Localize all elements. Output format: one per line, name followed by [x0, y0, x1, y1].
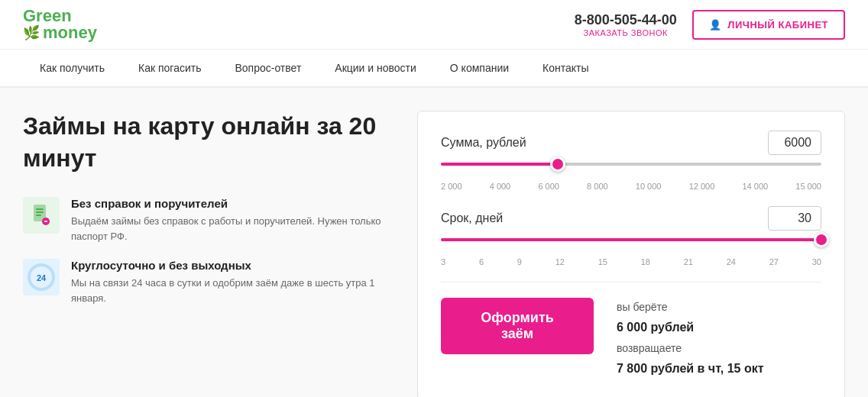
- feature-no-docs-title: Без справок и поручителей: [71, 197, 387, 210]
- callback-link[interactable]: ЗАКАЗАТЬ ЗВОНОК: [575, 28, 677, 37]
- feature-no-docs: Без справок и поручителей Выдаём займы б…: [23, 197, 387, 244]
- amount-slider-container: [441, 163, 821, 178]
- calc-bottom: Оформить заём вы берёте 6 000 рублей воз…: [441, 298, 821, 380]
- feature-no-docs-text: Без справок и поручителей Выдаём займы б…: [71, 197, 387, 244]
- feature-doc-icon: [23, 197, 60, 234]
- logo-money: 🌿 money: [23, 24, 97, 41]
- user-icon: 👤: [709, 19, 722, 31]
- svg-rect-3: [36, 215, 41, 216]
- days-label: Срок, дней: [441, 211, 503, 225]
- nav-item-how-to-pay[interactable]: Как погасить: [121, 50, 218, 86]
- feature-no-docs-desc: Выдаём займы без справок с работы и пору…: [71, 214, 387, 244]
- take-value: 6 000 рублей: [617, 317, 764, 339]
- days-slider-container: [441, 238, 821, 253]
- feature-24h-title: Круглосуточно и без выходных: [71, 259, 387, 272]
- nav-item-about[interactable]: О компании: [433, 50, 526, 86]
- left-panel: Займы на карту онлайн за 20 минут Без сп…: [23, 111, 387, 397]
- return-label: возвращаете: [617, 339, 764, 358]
- main-nav: Как получить Как погасить Вопрос-ответ А…: [0, 50, 868, 88]
- feature-clock-icon: 24: [23, 259, 60, 295]
- svg-rect-1: [36, 208, 44, 210]
- days-row: Срок, дней 30 3 6 9 12 15 18 21 24: [441, 206, 821, 266]
- nav-item-how-to-get[interactable]: Как получить: [23, 50, 121, 86]
- amount-row: Сумма, рублей 6000 2 000 4 000 6 000 8 0…: [441, 131, 821, 191]
- logo[interactable]: Green 🌿 money: [23, 8, 97, 41]
- calc-divider: [441, 282, 821, 282]
- header-right: 8-800-505-44-00 ЗАКАЗАТЬ ЗВОНОК 👤 ЛИЧНЫЙ…: [575, 10, 845, 40]
- cabinet-button[interactable]: 👤 ЛИЧНЫЙ КАБИНЕТ: [692, 10, 845, 40]
- calc-summary: вы берёте 6 000 рублей возвращаете 7 800…: [617, 298, 764, 380]
- hero-title: Займы на карту онлайн за 20 минут: [23, 111, 387, 174]
- days-marks: 3 6 9 12 15 18 21 24 27 30: [441, 257, 821, 266]
- cabinet-label: ЛИЧНЫЙ КАБИНЕТ: [727, 19, 828, 31]
- days-label-row: Срок, дней 30: [441, 206, 821, 231]
- svg-rect-5: [44, 221, 47, 222]
- nav-item-contacts[interactable]: Контакты: [526, 50, 605, 86]
- logo-green: Green: [23, 8, 97, 24]
- return-value: 7 800 рублей в чт, 15 окт: [617, 358, 764, 380]
- logo-leaf-icon: 🌿: [23, 26, 40, 40]
- nav-item-faq[interactable]: Вопрос-ответ: [218, 50, 318, 86]
- svg-text:24: 24: [37, 273, 47, 282]
- svg-rect-2: [36, 211, 44, 213]
- apply-button[interactable]: Оформить заём: [441, 298, 594, 354]
- phone-number: 8-800-505-44-00: [575, 12, 677, 28]
- amount-value[interactable]: 6000: [768, 131, 821, 155]
- features-list: Без справок и поручителей Выдаём займы б…: [23, 197, 387, 305]
- feature-24h: 24 Круглосуточно и без выходных Мы на св…: [23, 259, 387, 305]
- header: Green 🌿 money 8-800-505-44-00 ЗАКАЗАТЬ З…: [0, 0, 868, 50]
- phone-block: 8-800-505-44-00 ЗАКАЗАТЬ ЗВОНОК: [575, 12, 677, 37]
- feature-24h-text: Круглосуточно и без выходных Мы на связи…: [71, 259, 387, 305]
- nav-item-news[interactable]: Акции и новости: [318, 50, 433, 86]
- amount-marks: 2 000 4 000 6 000 8 000 10 000 12 000 14…: [441, 182, 821, 191]
- calculator: Сумма, рублей 6000 2 000 4 000 6 000 8 0…: [417, 111, 845, 397]
- feature-24h-desc: Мы на связи 24 часа в сутки и одобрим за…: [71, 276, 387, 305]
- take-label: вы берёте: [617, 298, 764, 317]
- amount-label: Сумма, рублей: [441, 136, 526, 150]
- main-content: Займы на карту онлайн за 20 минут Без сп…: [0, 88, 868, 397]
- days-value[interactable]: 30: [768, 206, 821, 231]
- amount-label-row: Сумма, рублей 6000: [441, 131, 821, 155]
